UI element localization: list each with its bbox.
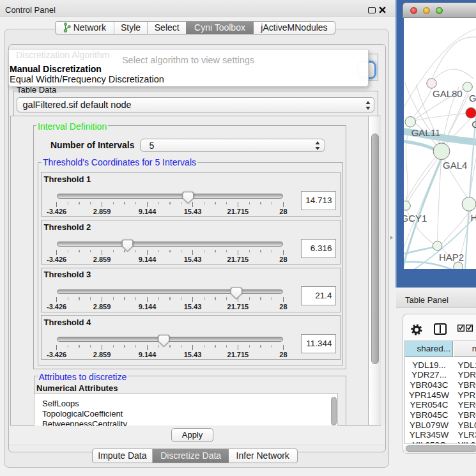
svg-text:GA: GA [468,92,476,103]
svg-text:GAL80: GAL80 [433,88,463,99]
svg-text:HIS: HIS [470,212,476,223]
svg-text:GAL4: GAL4 [443,159,467,170]
svg-text:GAL11: GAL11 [411,127,440,138]
svg-text:GA: GA [472,119,476,130]
svg-text:HAP2: HAP2 [439,251,464,262]
svg-text:GCY1: GCY1 [404,213,427,224]
